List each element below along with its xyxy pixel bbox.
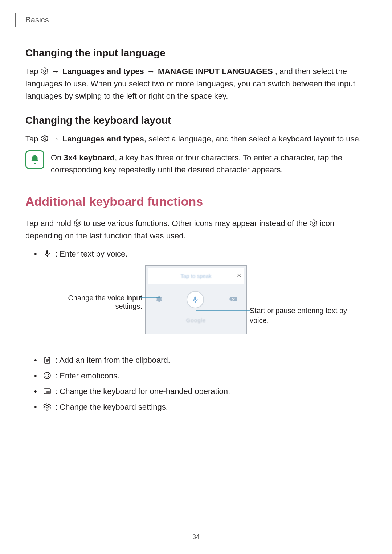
voice-settings-gear-icon[interactable] <box>155 295 162 304</box>
note-bold: 3x4 keyboard <box>64 153 115 162</box>
microphone-icon <box>43 249 52 258</box>
navpath-languages-and-types: Languages and types <box>62 67 144 76</box>
callout-voice-settings: Change the voice input settings. <box>40 294 145 311</box>
svg-point-4 <box>48 374 49 375</box>
callout-record: Start or pause entering text by voice. <box>250 306 355 325</box>
text: On <box>51 153 64 162</box>
voice-input-figure: Change the voice input settings. Tap to … <box>40 263 352 343</box>
item-text: : Change the keyboard settings. <box>55 402 168 411</box>
page-header: Basics <box>15 13 367 27</box>
svg-point-2 <box>44 372 50 379</box>
function-list: : Enter text by voice. <box>25 247 367 260</box>
paragraph-additional-intro: Tap and hold to use various functions. O… <box>25 217 367 242</box>
note-text: On 3x4 keyboard, a key has three or four… <box>51 152 367 176</box>
voice-brand-label: Google <box>146 317 246 323</box>
navpath-manage-input-languages: MANAGE INPUT LANGUAGES <box>158 67 273 76</box>
bell-icon <box>25 150 44 169</box>
page-number: 34 <box>0 533 392 541</box>
text: Tap <box>25 134 41 143</box>
voice-placeholder: Tap to speak <box>148 273 244 279</box>
gear-icon <box>41 67 49 75</box>
text: Tap <box>25 67 41 76</box>
arrow: → <box>51 67 60 76</box>
voice-record-button[interactable] <box>187 291 204 308</box>
item-clipboard: : Add an item from the clipboard. <box>34 354 367 366</box>
paragraph-input-language: Tap → Languages and types → MANAGE INPUT… <box>25 65 367 102</box>
header-rule <box>15 13 16 27</box>
note-3x4-keyboard: On 3x4 keyboard, a key has three or four… <box>25 150 367 176</box>
item-onehand: : Change the keyboard for one-handed ope… <box>34 385 367 398</box>
item-text: : Enter text by voice. <box>55 249 127 258</box>
smiley-icon <box>43 371 52 380</box>
header-breadcrumb: Basics <box>25 15 49 25</box>
gear-icon <box>310 219 318 227</box>
text: Tap and hold <box>25 219 73 228</box>
item-emoticons: : Enter emoticons. <box>34 369 367 382</box>
item-text: : Enter emoticons. <box>55 371 119 380</box>
item-voice: : Enter text by voice. <box>34 247 367 260</box>
backspace-icon[interactable] <box>228 295 237 305</box>
gear-icon <box>41 135 49 143</box>
clipboard-icon <box>43 356 52 364</box>
item-settings: : Change the keyboard settings. <box>34 401 367 413</box>
function-list-cont: : Add an item from the clipboard. : Ente… <box>25 354 367 414</box>
heading-additional-keyboard-functions: Additional keyboard functions <box>25 194 367 209</box>
gear-icon <box>73 219 81 227</box>
svg-point-3 <box>46 374 46 375</box>
heading-input-language: Changing the input language <box>25 47 367 59</box>
text: , select a language, and then select a k… <box>144 134 361 143</box>
voice-input-panel: Tap to speak ✕ Google <box>145 265 247 334</box>
paragraph-keyboard-layout: Tap → Languages and types, select a lang… <box>25 133 367 145</box>
item-text: : Add an item from the clipboard. <box>55 356 170 365</box>
gear-icon <box>43 402 52 411</box>
navpath-languages-and-types: Languages and types <box>62 134 144 143</box>
arrow: → <box>51 134 60 143</box>
text: to use various functions. Other icons ma… <box>83 219 309 228</box>
close-icon[interactable]: ✕ <box>237 272 241 279</box>
voice-text-input[interactable]: Tap to speak ✕ <box>148 268 244 284</box>
one-handed-keyboard-icon <box>43 387 52 395</box>
heading-keyboard-layout: Changing the keyboard layout <box>25 115 367 126</box>
item-text: : Change the keyboard for one-handed ope… <box>55 387 230 396</box>
arrow: → <box>146 67 156 76</box>
